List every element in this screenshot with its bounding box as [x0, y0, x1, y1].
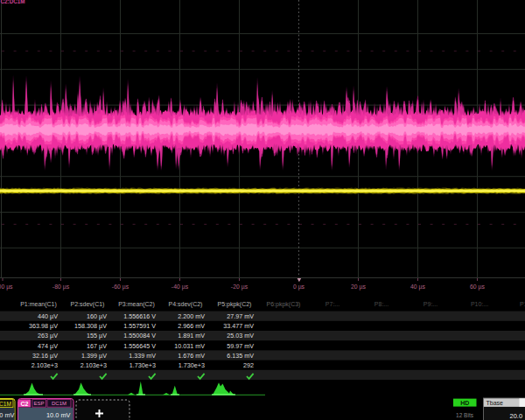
svg-text:P10:...: P10:... [471, 301, 488, 307]
svg-text:363.98 µV: 363.98 µV [29, 322, 58, 330]
svg-text:P11: P11 [520, 301, 525, 307]
svg-text:6.135 mV: 6.135 mV [227, 352, 254, 360]
svg-text:C2:DC1M: C2:DC1M [1, 0, 25, 4]
svg-text:167 µV: 167 µV [87, 342, 107, 350]
svg-text:P7:...: P7:... [326, 301, 340, 307]
svg-text:-80 µs: -80 µs [52, 284, 70, 290]
svg-text:40 µs: 40 µs [410, 284, 426, 290]
svg-text:C2: C2 [21, 401, 29, 407]
svg-text:25.03 mV: 25.03 mV [227, 332, 254, 340]
svg-text:P8:...: P8:... [374, 301, 388, 307]
svg-text:2.200 mV: 2.200 mV [178, 312, 205, 320]
svg-text:0 mV: 0 mV [0, 411, 15, 419]
svg-text:59.97 mV: 59.97 mV [227, 342, 254, 350]
svg-text:12 Bits: 12 Bits [456, 412, 474, 418]
svg-text:1.556616 V: 1.556616 V [123, 312, 156, 320]
svg-text:1.339 mV: 1.339 mV [129, 352, 156, 360]
svg-text:27.97 mV: 27.97 mV [227, 312, 254, 320]
svg-text:1.730e+3: 1.730e+3 [178, 361, 205, 369]
svg-text:60 µs: 60 µs [470, 284, 486, 290]
svg-text:33.477 mV: 33.477 mV [223, 322, 254, 330]
svg-text:20.0: 20.0 [510, 412, 522, 420]
svg-text:158.308 µV: 158.308 µV [74, 322, 107, 330]
svg-text:1.556645 V: 1.556645 V [123, 342, 156, 350]
svg-text:1.550084 V: 1.550084 V [123, 332, 156, 340]
svg-text:2.103e+3: 2.103e+3 [80, 361, 107, 369]
svg-text:-100 µs: -100 µs [0, 284, 13, 290]
svg-text:-60 µs: -60 µs [112, 284, 130, 290]
svg-text:155 µV: 155 µV [87, 332, 107, 340]
svg-text:-40 µs: -40 µs [172, 284, 189, 290]
svg-text:2.103e+3: 2.103e+3 [32, 361, 58, 369]
svg-text:-20 µs: -20 µs [231, 284, 248, 290]
svg-text:P6:pkpk(C3): P6:pkpk(C3) [267, 301, 301, 308]
svg-text:P9:...: P9:... [424, 301, 438, 307]
svg-text:160 µV: 160 µV [87, 312, 107, 320]
svg-text:HD: HD [460, 400, 469, 406]
svg-text:1.557591 V: 1.557591 V [123, 322, 156, 330]
svg-text:P4:sdev(C2): P4:sdev(C2) [169, 301, 203, 308]
svg-text:1.730e+3: 1.730e+3 [130, 361, 156, 369]
svg-text:P1:mean(C1): P1:mean(C1) [20, 301, 57, 308]
svg-text:32.16 µV: 32.16 µV [32, 352, 58, 360]
svg-text:1.399 µV: 1.399 µV [81, 352, 107, 360]
svg-text:1.676 mV: 1.676 mV [178, 352, 205, 360]
svg-text:P5:pkpk(C2): P5:pkpk(C2) [218, 301, 252, 308]
svg-text:263 µV: 263 µV [38, 332, 58, 340]
svg-text:DC1M: DC1M [0, 401, 11, 407]
svg-text:Tbase: Tbase [486, 400, 504, 406]
svg-text:440 µV: 440 µV [38, 312, 58, 320]
svg-text:20 µs: 20 µs [351, 284, 367, 290]
svg-text:DC1M: DC1M [52, 401, 66, 406]
svg-text:1.891 mV: 1.891 mV [178, 332, 205, 340]
svg-text:10.031 mV: 10.031 mV [174, 342, 205, 350]
svg-text:10.0 mV: 10.0 mV [46, 411, 71, 419]
svg-text:P3:mean(C2): P3:mean(C2) [118, 301, 155, 308]
svg-text:292: 292 [243, 361, 254, 369]
svg-text:474 µV: 474 µV [38, 342, 58, 350]
svg-text:ESP: ESP [34, 401, 45, 406]
svg-text:0 µs: 0 µs [293, 284, 305, 290]
svg-text:P2:sdev(C1): P2:sdev(C1) [71, 301, 105, 308]
svg-text:2.966 mV: 2.966 mV [178, 322, 205, 330]
